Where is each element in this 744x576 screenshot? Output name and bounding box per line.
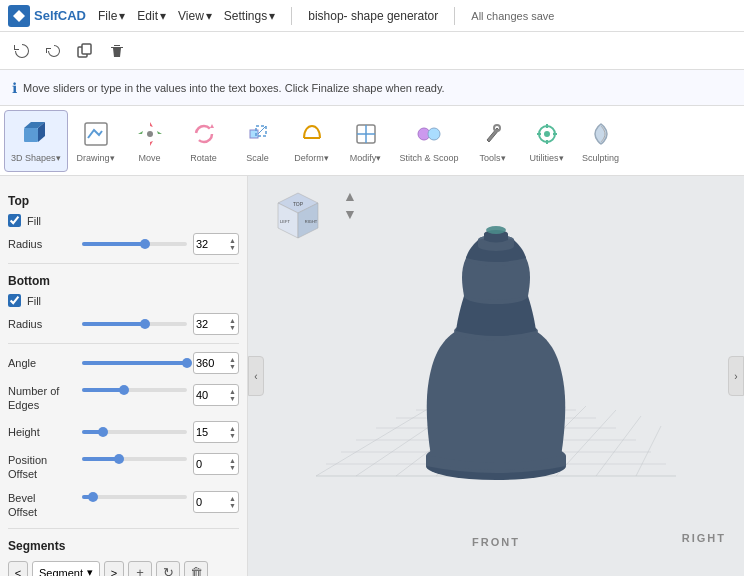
bevel-thumb[interactable] — [88, 492, 98, 502]
edges-thumb[interactable] — [119, 385, 129, 395]
bottom-radius-slider[interactable] — [82, 322, 187, 326]
tool-scale[interactable]: Scale — [232, 110, 284, 172]
bottom-radius-up[interactable]: ▲ — [229, 317, 236, 324]
svg-marker-7 — [150, 122, 153, 132]
position-down[interactable]: ▼ — [229, 464, 236, 471]
tool-modify[interactable]: Modify▾ — [340, 110, 392, 172]
menu-edit[interactable]: Edit ▾ — [137, 9, 166, 23]
viewport-label-front: FRONT — [472, 536, 520, 548]
panel-collapse-button[interactable]: ‹ — [248, 356, 264, 396]
top-radius-up[interactable]: ▲ — [229, 237, 236, 244]
tool-utilities[interactable]: Utilities▾ — [521, 110, 573, 172]
bottom-radius-down[interactable]: ▼ — [229, 324, 236, 331]
svg-point-25 — [544, 131, 550, 137]
angle-thumb[interactable] — [182, 358, 192, 368]
top-radius-input[interactable]: 32 ▲ ▼ — [193, 233, 239, 255]
position-up[interactable]: ▲ — [229, 457, 236, 464]
edges-label: Number ofEdges — [8, 382, 76, 413]
top-radius-fill — [82, 242, 145, 246]
info-message: Move sliders or type in the values into … — [23, 82, 445, 94]
menu-file[interactable]: File ▾ — [98, 9, 125, 23]
height-up[interactable]: ▲ — [229, 425, 236, 432]
position-slider[interactable] — [82, 457, 187, 461]
tool-drawing-label: Drawing▾ — [77, 152, 115, 163]
undo-button[interactable] — [8, 38, 34, 64]
tool-sculpting-label: Sculpting — [582, 152, 619, 163]
segment-add-button[interactable]: + — [128, 561, 152, 576]
height-slider[interactable] — [82, 430, 187, 434]
tool-sculpting[interactable]: Sculpting — [575, 110, 627, 172]
menu-settings[interactable]: Settings ▾ — [224, 9, 275, 23]
tool-tools[interactable]: Tools▾ — [467, 110, 519, 172]
tool-modify-label: Modify▾ — [350, 152, 382, 163]
bottom-radius-input[interactable]: 32 ▲ ▼ — [193, 313, 239, 335]
edges-slider[interactable] — [82, 388, 187, 392]
angle-up[interactable]: ▲ — [229, 356, 236, 363]
height-thumb[interactable] — [98, 427, 108, 437]
svg-marker-8 — [150, 136, 153, 146]
tool-3d-shapes[interactable]: 3D Shapes▾ — [4, 110, 68, 172]
tool-drawing[interactable]: Drawing▾ — [70, 110, 122, 172]
menu-separator — [291, 7, 292, 25]
position-row: PositionOffset 0 ▲ ▼ — [8, 451, 239, 482]
top-radius-thumb[interactable] — [140, 239, 150, 249]
svg-rect-6 — [85, 123, 107, 145]
right-panel-collapse-button[interactable]: › — [728, 356, 744, 396]
top-fill-checkbox[interactable] — [8, 214, 21, 227]
tool-move-label: Move — [139, 152, 161, 163]
edges-row: Number ofEdges 40 ▲ ▼ — [8, 382, 239, 413]
tool-rotate[interactable]: Rotate — [178, 110, 230, 172]
3d-shapes-icon — [20, 118, 52, 150]
height-down[interactable]: ▼ — [229, 432, 236, 439]
svg-line-16 — [258, 126, 266, 134]
svg-marker-10 — [152, 131, 162, 134]
bevel-slider[interactable] — [82, 495, 187, 499]
bevel-up[interactable]: ▲ — [229, 495, 236, 502]
tool-stitch-scoop[interactable]: Stitch & Scoop — [394, 110, 465, 172]
menu-view[interactable]: View ▾ — [178, 9, 212, 23]
top-radius-row: Radius 32 ▲ ▼ — [8, 233, 239, 255]
edges-down[interactable]: ▼ — [229, 395, 236, 402]
redo-button[interactable] — [40, 38, 66, 64]
bevel-down[interactable]: ▼ — [229, 502, 236, 509]
tools-icon — [477, 118, 509, 150]
svg-marker-9 — [138, 131, 148, 134]
height-input[interactable]: 15 ▲ ▼ — [193, 421, 239, 443]
bottom-fill-checkbox[interactable] — [8, 294, 21, 307]
top-fill-row: Fill — [8, 214, 239, 227]
modify-icon — [350, 118, 382, 150]
svg-point-12 — [196, 126, 212, 142]
segment-next-button[interactable]: > — [104, 561, 124, 576]
segment-select[interactable]: Segment ▾ — [32, 561, 100, 576]
edges-input[interactable]: 40 ▲ ▼ — [193, 384, 239, 406]
segment-delete-button[interactable]: 🗑 — [184, 561, 208, 576]
angle-row: Angle 360 ▲ ▼ — [8, 352, 239, 374]
angle-slider[interactable] — [82, 361, 187, 365]
sculpting-icon — [585, 118, 617, 150]
bottom-radius-thumb[interactable] — [140, 319, 150, 329]
angle-down[interactable]: ▼ — [229, 363, 236, 370]
angle-input[interactable]: 360 ▲ ▼ — [193, 352, 239, 374]
svg-line-51 — [596, 416, 641, 476]
delete-button[interactable] — [104, 38, 130, 64]
angle-label: Angle — [8, 357, 76, 369]
svg-rect-2 — [82, 44, 91, 54]
angle-fill — [82, 361, 187, 365]
svg-marker-0 — [13, 10, 25, 22]
duplicate-button[interactable] — [72, 38, 98, 64]
segments-title: Segments — [8, 539, 239, 553]
bevel-input[interactable]: 0 ▲ ▼ — [193, 491, 239, 513]
top-radius-down[interactable]: ▼ — [229, 244, 236, 251]
segment-refresh-button[interactable]: ↻ — [156, 561, 180, 576]
position-thumb[interactable] — [114, 454, 124, 464]
tool-move[interactable]: Move — [124, 110, 176, 172]
edges-up[interactable]: ▲ — [229, 388, 236, 395]
top-radius-slider[interactable] — [82, 242, 187, 246]
tool-deform[interactable]: Deform▾ — [286, 110, 338, 172]
position-label: PositionOffset — [8, 451, 76, 482]
stitch-scoop-icon — [413, 118, 445, 150]
segment-prev-button[interactable]: < — [8, 561, 28, 576]
position-input[interactable]: 0 ▲ ▼ — [193, 453, 239, 475]
bottom-fill-label: Fill — [27, 295, 41, 307]
viewport[interactable]: TOP LEFT RIGHT ▲ ▼ › — [248, 176, 744, 576]
